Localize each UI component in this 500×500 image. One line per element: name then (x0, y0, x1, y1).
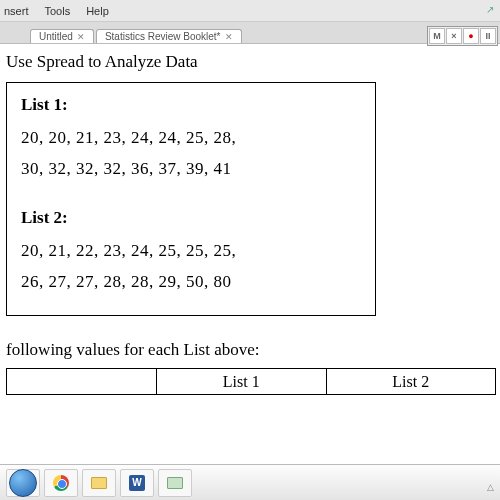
list2-label: List 2: (21, 208, 361, 228)
list1-label: List 1: (21, 95, 361, 115)
menu-help[interactable]: Help (86, 5, 109, 17)
record-button[interactable]: ● (463, 28, 479, 44)
close-icon[interactable]: ✕ (77, 32, 85, 42)
row-label-cell (7, 369, 157, 395)
menu-bar: nsert Tools Help (0, 0, 500, 22)
answer-table: List 1 List 2 (6, 368, 496, 395)
close-button[interactable]: × (446, 28, 462, 44)
col-list2: List 2 (326, 369, 496, 395)
start-button[interactable] (6, 469, 40, 497)
pause-button[interactable]: II (480, 28, 496, 44)
chrome-button[interactable] (44, 469, 78, 497)
tab-untitled[interactable]: Untitled ✕ (30, 29, 94, 43)
word-icon: W (129, 475, 145, 491)
chrome-icon (53, 475, 69, 491)
word-button[interactable]: W (120, 469, 154, 497)
explorer-button[interactable] (82, 469, 116, 497)
tab-statistics[interactable]: Statistics Review Booklet* ✕ (96, 29, 242, 43)
close-icon[interactable]: ✕ (225, 32, 233, 42)
list2-row2: 26, 27, 27, 28, 28, 29, 50, 80 (21, 267, 361, 298)
list2-values: 20, 21, 22, 23, 24, 25, 25, 25, 26, 27, … (21, 236, 361, 297)
windows-orb-icon (9, 469, 37, 497)
tab-bar: ↗ Untitled ✕ Statistics Review Booklet* … (0, 22, 500, 44)
mark-button[interactable]: M (429, 28, 445, 44)
menu-tools[interactable]: Tools (44, 5, 70, 17)
system-tray[interactable]: △ (487, 482, 494, 492)
expand-icon: ↗ (486, 4, 494, 15)
taskbar: W △ (0, 464, 500, 500)
list2-row1: 20, 21, 22, 23, 24, 25, 25, 25, (21, 236, 361, 267)
col-list1: List 1 (157, 369, 327, 395)
list1-row2: 30, 32, 32, 32, 36, 37, 39, 41 (21, 154, 361, 185)
tab-label: Statistics Review Booklet* (105, 31, 221, 42)
document-area: Use Spread to Analyze Data List 1: 20, 2… (0, 44, 500, 464)
list1-values: 20, 20, 21, 23, 24, 24, 25, 28, 30, 32, … (21, 123, 361, 184)
recorder-toolbar: M × ● II (427, 26, 498, 46)
tab-label: Untitled (39, 31, 73, 42)
app-button[interactable] (158, 469, 192, 497)
folder-icon (167, 477, 183, 489)
list1-row1: 20, 20, 21, 23, 24, 24, 25, 28, (21, 123, 361, 154)
prompt-text: following values for each List above: (6, 340, 500, 360)
tray-icon: △ (487, 482, 494, 492)
data-box: List 1: 20, 20, 21, 23, 24, 24, 25, 28, … (6, 82, 376, 316)
table-row: List 1 List 2 (7, 369, 496, 395)
page-title: Use Spread to Analyze Data (6, 52, 500, 72)
menu-insert[interactable]: nsert (4, 5, 28, 17)
folder-icon (91, 477, 107, 489)
